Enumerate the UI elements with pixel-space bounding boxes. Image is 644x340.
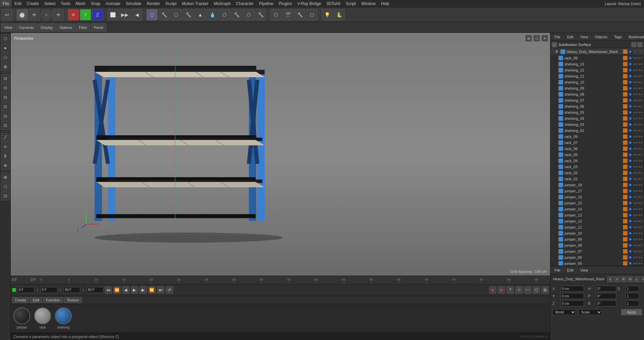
tool-particle[interactable]: 🔧 [231,9,242,20]
tool-mode-2[interactable]: ● [1,44,10,52]
obj-layer[interactable]: ✕✕ [633,152,638,157]
obj-vis-dot[interactable] [628,62,633,66]
warehouse-color[interactable] [623,49,628,54]
menu-vray[interactable]: V-Ray Bridge [294,0,324,7]
obj-group[interactable]: ✕✕ [638,225,643,230]
key-all-btn[interactable]: ⊞ [541,286,549,294]
tool-mode-12[interactable]: ⊙ [1,142,10,151]
obj-layer[interactable]: ✕✕ [633,146,638,151]
menu-pipeline[interactable]: Pipeline [256,0,276,7]
menu-plugins[interactable]: Plugins [276,0,294,7]
list-item[interactable]: shelving_02 ✕✕ ✕✕ [550,128,644,134]
list-item[interactable]: jumper_09 ✕✕ ✕✕ [550,236,644,242]
list-item[interactable]: rack_07 ✕✕ ✕✕ [550,140,644,146]
go-end-btn[interactable]: ⏭ [157,286,164,294]
obj-group[interactable]: ✕✕ [638,80,643,85]
list-item[interactable]: shelving_03 ✕✕ ✕✕ [550,122,644,128]
obj-layer[interactable]: ✕✕ [633,134,638,139]
go-start-btn[interactable]: ⏮ [105,286,112,294]
obj-vis-dot[interactable] [628,225,633,230]
obj-color-sq[interactable] [623,146,628,151]
tool-spline[interactable]: 🔧 [158,9,170,20]
obj-group[interactable]: ✕✕ [638,213,643,217]
obj-color-sq[interactable] [623,122,628,127]
warehouse-row[interactable]: Heavy_Duty_Warehouse_Rack ✕ ⊞ [550,48,644,55]
obj-group[interactable]: ✕✕ [638,146,643,151]
tool-mode-3[interactable]: ⬡ [1,53,10,62]
obj-layer[interactable]: ✕✕ [633,213,638,217]
obj-group[interactable]: ✕✕ [638,177,643,181]
obj-vis-dot[interactable] [628,207,633,211]
tool-mode-4[interactable]: ⊞ [1,62,10,71]
menu-select[interactable]: Select [42,0,58,7]
menu-file[interactable]: File [0,0,12,7]
tool-python[interactable]: 🐍 [333,9,345,20]
obj-group[interactable]: ✕✕ [638,189,643,193]
obj-vis-dot[interactable] [628,201,633,205]
obj-layer[interactable]: ✕✕ [633,86,638,91]
obj-vis-dot[interactable] [628,56,633,60]
obj-color-sq[interactable] [623,195,628,199]
obj-color-sq[interactable] [623,116,628,121]
list-item[interactable]: jumper_11 ✕✕ ✕✕ [550,224,644,230]
obj-color-sq[interactable] [623,177,628,181]
obj-group[interactable]: ✕✕ [638,122,643,127]
b-input[interactable] [596,300,616,306]
list-item[interactable]: jumper_05 ✕✕ ✕✕ [550,260,644,265]
tool-z[interactable]: Z [92,9,103,20]
panel-tab-objects[interactable]: Objects [592,35,610,39]
obj-group[interactable]: ✕✕ [638,158,643,163]
obj-color-sq[interactable] [623,86,628,91]
obj-color-sq[interactable] [623,104,628,109]
frame-end-input[interactable] [63,287,80,293]
object-list[interactable]: rack_08 ✕✕ ✕✕ shelving_13 ✕✕ ✕✕ shelving… [550,55,644,265]
list-item[interactable]: jumper_07 ✕✕ ✕✕ [550,248,644,254]
tool-play[interactable]: ▶▶ [119,9,130,20]
list-item[interactable]: jumper_16 ✕✕ ✕✕ [550,194,644,200]
list-item[interactable]: shelving_08 ✕✕ ✕✕ [550,91,644,97]
obj-vis-dot[interactable] [628,158,633,163]
obj-layer[interactable]: ✕✕ [633,74,638,79]
prev-frame-btn[interactable]: ◀ [122,286,129,294]
list-item[interactable]: jumper_15 ✕✕ ✕✕ [550,200,644,206]
obj-color-sq[interactable] [623,261,628,265]
warehouse-vis[interactable] [628,49,633,54]
menu-simulate[interactable]: Simulate [123,0,144,7]
obj-color-sq[interactable] [623,110,628,115]
obj-group[interactable]: ✕✕ [638,255,643,260]
sy-input[interactable] [626,293,639,299]
obj-group[interactable]: ✕✕ [638,110,643,115]
list-item[interactable]: rack_01 ✕✕ ✕✕ [550,176,644,182]
viewport-canvas[interactable]: Perspective ⊞ ⬡ ✕ [11,33,550,276]
obj-group[interactable]: ✕✕ [638,249,643,254]
menu-motion-tracker[interactable]: Motion Tracker [179,0,211,7]
tool-mode-13[interactable]: $ [1,152,10,160]
obj-layer[interactable]: ✕✕ [633,164,638,169]
tool-mode-9[interactable]: ⊡ [1,112,10,120]
next-frame-btn[interactable]: ▶ [140,286,147,294]
menu-render[interactable]: Render [144,0,163,7]
obj-vis-dot[interactable] [628,116,633,121]
obj-layer[interactable]: ✕✕ [633,189,638,193]
tab-view[interactable]: View [1,23,15,32]
frame-count-input[interactable] [87,287,103,293]
attr-icon-6[interactable]: A [641,276,644,282]
tab-filter[interactable]: Filter [76,23,90,32]
obj-vis-dot[interactable] [628,98,633,103]
list-item[interactable]: jumper_10 ✕✕ ✕✕ [550,230,644,236]
obj-color-sq[interactable] [623,189,628,193]
obj-layer[interactable]: ✕✕ [633,122,638,127]
attr-icon-1[interactable]: S [607,276,613,282]
menu-create[interactable]: Create [24,0,42,7]
menu-window[interactable]: Window [359,0,378,7]
record-btn[interactable]: ⏺ [489,286,496,294]
obj-layer[interactable]: ✕✕ [633,237,638,242]
next-key-btn[interactable]: ⏩ [148,286,156,294]
obj-layer[interactable]: ✕✕ [633,104,638,109]
subdiv-lock-icon[interactable] [637,42,643,47]
tool-mode-7[interactable]: ⊡ [1,93,10,102]
list-item[interactable]: rack_05 ✕✕ ✕✕ [550,152,644,158]
obj-vis-dot[interactable] [628,219,633,224]
obj-color-sq[interactable] [623,243,628,248]
obj-color-sq[interactable] [623,249,628,254]
